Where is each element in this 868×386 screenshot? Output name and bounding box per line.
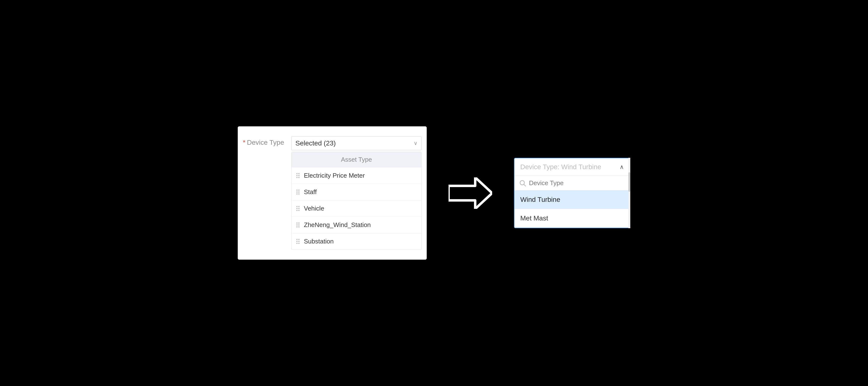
drag-handle-icon xyxy=(297,173,300,178)
list-item[interactable]: ZheNeng_Wind_Station xyxy=(291,217,422,233)
item-text: Electricity Price Meter xyxy=(304,172,365,179)
item-text: Substation xyxy=(304,238,334,245)
scroll-track xyxy=(628,158,630,228)
drag-handle-icon xyxy=(297,189,300,195)
list-item[interactable]: Staff xyxy=(291,184,422,200)
chevron-up-icon: ∧ xyxy=(620,164,624,170)
field-label: * Device Type xyxy=(243,136,286,146)
arrow-icon xyxy=(448,177,492,209)
device-type-select[interactable]: Selected (23) ∨ xyxy=(291,136,422,150)
dropdown-option-met-mast[interactable]: Met Mast xyxy=(515,209,630,228)
chevron-down-icon: ∨ xyxy=(414,140,417,146)
option-text: Wind Turbine xyxy=(520,196,560,203)
dropdown-header: Asset Type xyxy=(291,152,422,167)
svg-line-2 xyxy=(524,184,526,186)
svg-marker-0 xyxy=(448,177,492,209)
field-row: * Device Type Selected (23) ∨ Asset Type xyxy=(243,136,422,250)
right-search-box[interactable] xyxy=(515,176,630,190)
item-text: ZheNeng_Wind_Station xyxy=(304,221,371,229)
arrow-container xyxy=(446,177,495,209)
dropdown-option-wind-turbine[interactable]: Wind Turbine xyxy=(515,190,630,209)
field-label-text: Device Type xyxy=(247,139,284,146)
left-content: Selected (23) ∨ Asset Type Electricity P… xyxy=(291,136,422,250)
required-asterisk: * xyxy=(243,139,246,146)
search-icon xyxy=(519,180,526,186)
main-container: * Device Type Selected (23) ∨ Asset Type xyxy=(22,126,846,260)
scroll-thumb[interactable] xyxy=(628,172,630,192)
list-item[interactable]: Vehicle xyxy=(291,200,422,217)
left-panel: * Device Type Selected (23) ∨ Asset Type xyxy=(238,126,427,260)
right-panel: Device Type: Wind Turbine ∧ Wind Turbine… xyxy=(514,158,630,228)
drag-handle-icon xyxy=(297,222,300,227)
right-panel-header[interactable]: Device Type: Wind Turbine ∧ xyxy=(515,158,630,176)
right-panel-wrapper: Device Type: Wind Turbine ∧ Wind Turbine… xyxy=(514,158,630,228)
dropdown-list: Asset Type Electricity Price Meter xyxy=(291,152,422,250)
option-text: Met Mast xyxy=(520,214,548,222)
list-item[interactable]: Electricity Price Meter xyxy=(291,167,422,184)
select-value: Selected (23) xyxy=(296,139,336,147)
item-text: Vehicle xyxy=(304,205,324,212)
list-item[interactable]: Substation xyxy=(291,233,422,249)
drag-handle-icon xyxy=(297,239,300,244)
search-icon-wrapper xyxy=(519,180,526,186)
search-input[interactable] xyxy=(529,179,625,187)
drag-handle-icon xyxy=(297,206,300,211)
item-text: Staff xyxy=(304,188,317,196)
right-header-text: Device Type: Wind Turbine xyxy=(520,163,601,171)
